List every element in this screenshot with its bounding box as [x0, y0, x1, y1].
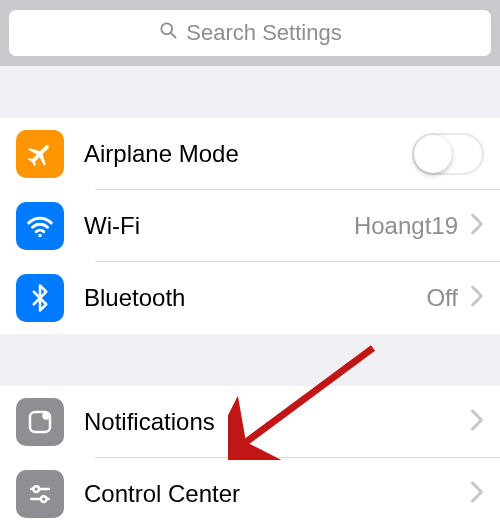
chevron-right-icon [470, 285, 484, 311]
row-bluetooth[interactable]: Bluetooth Off [0, 262, 500, 334]
bluetooth-icon [16, 274, 64, 322]
control-center-icon [16, 470, 64, 518]
airplane-icon [16, 130, 64, 178]
toggle-knob [414, 135, 452, 173]
search-bar: Search Settings [0, 0, 500, 66]
chevron-right-icon [470, 409, 484, 435]
row-airplane-mode[interactable]: Airplane Mode [0, 118, 500, 190]
bluetooth-value: Off [426, 284, 458, 312]
airplane-toggle[interactable] [412, 133, 484, 175]
search-placeholder: Search Settings [186, 20, 341, 46]
svg-point-8 [41, 496, 47, 502]
wifi-value: Hoangt19 [354, 212, 458, 240]
wifi-icon [16, 202, 64, 250]
chevron-right-icon [470, 213, 484, 239]
search-input[interactable]: Search Settings [9, 10, 491, 56]
bluetooth-label: Bluetooth [84, 284, 426, 312]
settings-group-1: Airplane Mode Wi-Fi Hoangt19 Bl [0, 118, 500, 334]
notifications-label: Notifications [84, 408, 470, 436]
search-icon [158, 20, 178, 46]
svg-point-6 [33, 486, 39, 492]
chevron-right-icon [470, 481, 484, 507]
section-gap [0, 66, 500, 118]
notifications-icon [16, 398, 64, 446]
row-notifications[interactable]: Notifications [0, 386, 500, 458]
row-wifi[interactable]: Wi-Fi Hoangt19 [0, 190, 500, 262]
svg-point-4 [42, 412, 50, 420]
svg-point-2 [38, 234, 42, 238]
settings-group-2: Notifications Control Center [0, 386, 500, 529]
section-gap [0, 334, 500, 386]
svg-line-1 [171, 33, 176, 38]
wifi-label: Wi-Fi [84, 212, 354, 240]
airplane-label: Airplane Mode [84, 140, 412, 168]
control-center-label: Control Center [84, 480, 470, 508]
row-control-center[interactable]: Control Center [0, 458, 500, 529]
